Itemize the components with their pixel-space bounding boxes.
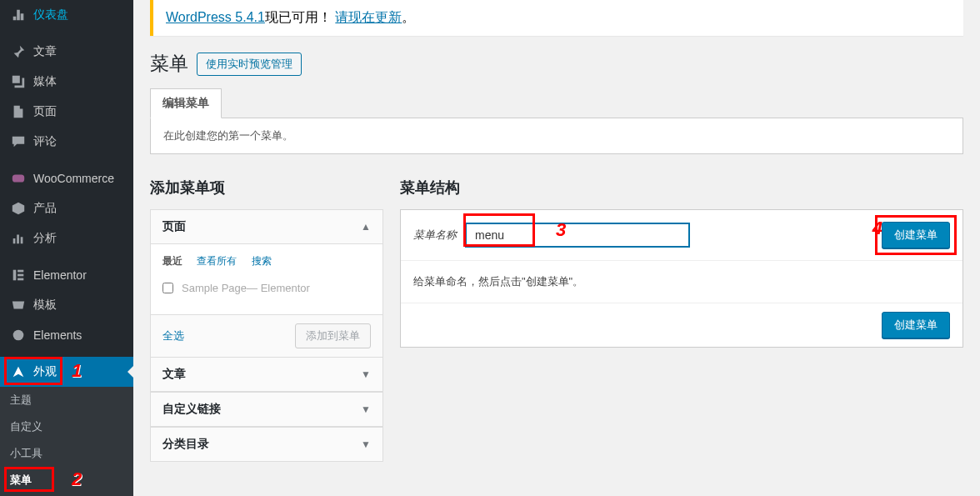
accordion-posts-header[interactable]: 文章 ▼ [151,357,382,392]
analytics-icon [10,230,27,247]
sidebar-item-woocommerce[interactable]: WooCommerce [0,163,133,193]
sidebar-item-elementor[interactable]: Elementor [0,260,133,290]
woo-icon [10,170,27,187]
svg-point-5 [13,330,24,341]
menu-structure-hint: 给菜单命名，然后点击"创建菜单"。 [401,261,962,303]
page-list-item: Sample Page — Elementor [162,277,371,304]
accordion-pages-footer: 全选 添加到菜单 [151,315,382,357]
sidebar-item-pages[interactable]: 页面 [0,97,133,127]
submenu-menus[interactable]: 菜单 [0,467,133,493]
chevron-down-icon: ▼ [361,438,371,450]
sidebar-item-elements[interactable]: Elements [0,320,133,350]
sidebar-item-label: WooCommerce [33,172,114,185]
svg-rect-3 [18,274,23,277]
sidebar-item-label: 页面 [33,104,57,119]
product-icon [10,200,27,217]
update-now-link[interactable]: 请现在更新 [335,10,402,24]
sidebar-item-media[interactable]: 媒体 [0,67,133,97]
media-icon [10,73,27,90]
sidebar-item-label: 仪表盘 [33,8,68,23]
sidebar-item-label: Elementor [33,268,87,282]
menu-structure-box: 菜单名称 3 4 创建菜单 给菜单命名，然后点击"创建菜单"。 创建菜单 [400,209,963,348]
wordpress-version-link[interactable]: WordPress 5.4.1 [166,10,265,24]
sidebar-item-label: 分析 [33,231,57,246]
chevron-down-icon: ▼ [361,403,371,415]
info-box: 在此创建您的第一个菜单。 [150,118,963,154]
update-notice: WordPress 5.4.1现已可用！ 请现在更新。 [150,0,963,36]
create-menu-button-bottom[interactable]: 创建菜单 [882,312,950,338]
svg-rect-1 [13,270,17,281]
nav-tabs: 编辑菜单 [150,88,963,118]
sidebar-item-label: 文章 [33,44,57,59]
svg-rect-0 [12,175,24,183]
pin-icon [10,43,27,60]
sidebar-item-label: 产品 [33,201,57,216]
menu-name-label: 菜单名称 [413,228,457,243]
admin-sidebar: 仪表盘 文章 媒体 页面 评论 WooCommerce 产品 分析 Elemen… [0,0,133,496]
appearance-icon [10,363,27,380]
templates-icon [10,297,27,313]
sidebar-item-dashboard[interactable]: 仪表盘 [0,0,133,30]
live-preview-button[interactable]: 使用实时预览管理 [197,53,302,76]
annotation-2: 2 [72,468,82,490]
select-all-link[interactable]: 全选 [162,328,184,343]
sidebar-item-label: 媒体 [33,74,57,89]
main-content: WordPress 5.4.1现已可用！ 请现在更新。 菜单 使用实时预览管理 … [133,0,980,462]
menu-name-input[interactable] [465,223,690,248]
accordion-custom-links-header[interactable]: 自定义链接 ▼ [151,392,382,427]
sidebar-item-label: 模板 [33,298,57,313]
page-title: 菜单 [150,51,188,77]
page-checkbox[interactable] [162,283,173,293]
annotation-1: 1 [72,360,82,382]
chevron-up-icon: ▲ [361,221,371,233]
inner-tab-search[interactable]: 搜索 [252,255,272,267]
menu-structure-heading: 菜单结构 [400,178,963,198]
elements-icon [10,327,27,343]
comment-icon [10,133,27,150]
tab-edit-menu[interactable]: 编辑菜单 [150,88,222,118]
sidebar-item-label: 评论 [33,134,57,149]
sidebar-item-posts[interactable]: 文章 [0,37,133,67]
submenu-customize[interactable]: 自定义 [0,413,133,440]
accordion-categories-header[interactable]: 分类目录 ▼ [151,427,382,461]
create-menu-button-top[interactable]: 创建菜单 [882,222,950,248]
submenu-themes[interactable]: 主题 [0,387,133,413]
chevron-down-icon: ▼ [361,368,371,380]
annotation-3: 3 [556,219,566,241]
sidebar-item-label: Elements [33,328,82,342]
sidebar-item-comments[interactable]: 评论 [0,127,133,157]
accordion-pages-header[interactable]: 页面 ▲ [151,210,382,244]
accordion-pages-body: 最近 查看所有 搜索 Sample Page — Elementor [151,244,382,315]
inner-tab-recent[interactable]: 最近 [162,255,182,267]
sidebar-item-appearance[interactable]: 外观 [0,357,133,387]
submenu-widgets[interactable]: 小工具 [0,440,133,467]
inner-tab-all[interactable]: 查看所有 [197,255,237,267]
sidebar-item-label: 外观 [33,364,57,379]
svg-rect-4 [18,278,23,281]
sidebar-item-analytics[interactable]: 分析 [0,223,133,253]
svg-rect-2 [18,270,23,273]
accordion: 页面 ▲ 最近 查看所有 搜索 Sample Page — Elementor [150,209,383,462]
dashboard-icon [10,7,27,23]
add-to-menu-button[interactable]: 添加到菜单 [295,323,371,348]
page-icon [10,103,27,120]
sidebar-item-templates[interactable]: 模板 [0,290,133,320]
elementor-icon [10,267,27,283]
sidebar-item-products[interactable]: 产品 [0,193,133,223]
add-menu-items-heading: 添加菜单项 [150,178,383,198]
